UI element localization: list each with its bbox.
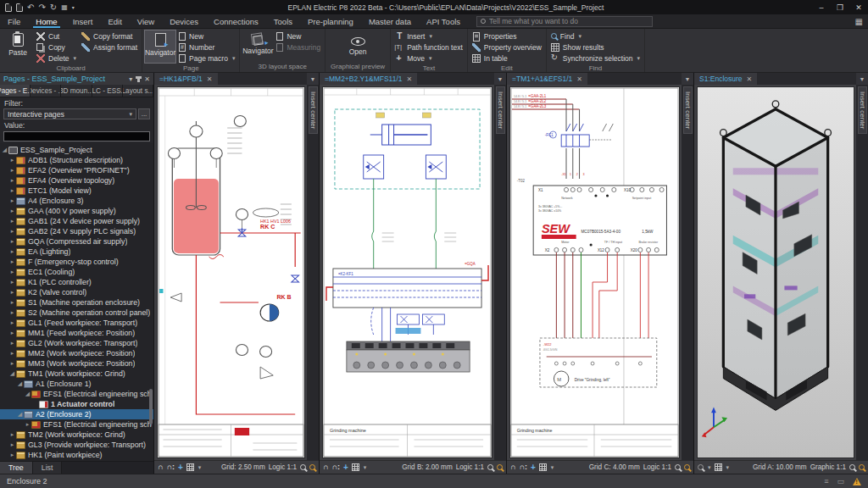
- tab-list-dropdown-icon[interactable]: ▼: [307, 73, 319, 85]
- tab-api-tools[interactable]: API Tools: [419, 14, 468, 28]
- tab-plc[interactable]: PLC - ESS...: [92, 85, 123, 97]
- expand-icon[interactable]: ▸: [8, 238, 16, 245]
- page-macro-button[interactable]: Page macro▾: [176, 53, 237, 64]
- expand-icon[interactable]: ▸: [8, 350, 16, 357]
- path-function-text-button[interactable]: Path function text: [392, 42, 465, 53]
- tree-item[interactable]: ▸EFA2 (Overview "PROFINET"): [0, 165, 153, 175]
- snap-icon[interactable]: ∩: [323, 463, 329, 471]
- tab-insert[interactable]: Insert: [65, 14, 101, 28]
- doc4-tab[interactable]: S1:Enclosure✕: [694, 73, 757, 85]
- insert-center-tab[interactable]: Insert center: [309, 86, 318, 134]
- zoom-in-icon[interactable]: [684, 464, 690, 470]
- page-new-button[interactable]: New: [176, 30, 237, 42]
- view-icon[interactable]: [698, 464, 704, 470]
- value-input[interactable]: [3, 131, 150, 141]
- expand-icon[interactable]: ◢: [16, 380, 24, 387]
- doc3-tab[interactable]: =TM1+A1&EFS1/1✕: [507, 73, 587, 85]
- properties-button[interactable]: Properties: [470, 30, 544, 42]
- tab-pages[interactable]: Pages - E...: [0, 85, 31, 97]
- insert-center-tab[interactable]: Insert center: [496, 86, 505, 134]
- tree-scrollbar[interactable]: [149, 389, 153, 424]
- zoom-out-icon[interactable]: [675, 464, 681, 470]
- warning-icon[interactable]: [853, 478, 861, 485]
- tree-item-root[interactable]: ◢ESS_Sample_Project: [0, 145, 153, 155]
- tree-item[interactable]: ▸MM3 (Work workpiece: Position): [0, 358, 153, 369]
- tab-home[interactable]: Home: [28, 14, 64, 28]
- grid-toggle-icon[interactable]: [715, 463, 722, 471]
- tree-item-selected[interactable]: ◢A2 (Enclosure 2): [0, 409, 153, 419]
- expand-icon[interactable]: ◢: [24, 391, 31, 397]
- customize-toolbar-icon[interactable]: ▾: [72, 3, 75, 12]
- tab-connections[interactable]: Connections: [206, 14, 266, 28]
- tree-item[interactable]: ▸GAA (400 V power supply): [0, 206, 153, 216]
- close-icon[interactable]: ✕: [576, 75, 582, 83]
- tab-master-data[interactable]: Master data: [361, 14, 419, 28]
- tab-devices[interactable]: Devices: [162, 14, 206, 28]
- expand-icon[interactable]: ◢: [16, 411, 24, 418]
- close-icon[interactable]: ✕: [407, 75, 413, 83]
- expand-icon[interactable]: ◢: [8, 370, 16, 377]
- tree-item[interactable]: ▸EFA4 (Overview topology): [0, 175, 153, 186]
- grid-toggle-icon[interactable]: [539, 463, 547, 471]
- copy-format-button[interactable]: Copy format: [79, 30, 140, 42]
- tab-list-dropdown-icon[interactable]: ▼: [856, 73, 868, 85]
- snap-grid-icon[interactable]: ∩:: [167, 463, 175, 471]
- tab-edit[interactable]: Edit: [100, 14, 129, 28]
- expand-icon[interactable]: ▸: [8, 299, 16, 306]
- expand-icon[interactable]: ◢: [1, 147, 8, 153]
- filter-more-button[interactable]: ...: [138, 108, 150, 119]
- expand-icon[interactable]: ▸: [8, 197, 16, 204]
- zoom-in-icon[interactable]: [859, 464, 865, 470]
- redo-list-icon[interactable]: ↻: [50, 3, 57, 12]
- find-button[interactable]: Find▾: [548, 30, 643, 42]
- tree-item[interactable]: ◢A1 (Enclosure 1): [0, 379, 153, 389]
- 3d-navigator-button[interactable]: Navigator: [242, 30, 274, 62]
- tree-item[interactable]: ▸HK1 (Paint workpiece): [0, 450, 153, 460]
- tree-item[interactable]: ▸GL2 (Work workpiece: Transport): [0, 338, 153, 348]
- pin-icon[interactable]: [137, 76, 140, 82]
- doc2-canvas[interactable]: =K2-KF1 =GQA: [320, 85, 506, 460]
- paste-button[interactable]: Paste: [2, 30, 34, 64]
- expand-icon[interactable]: ▸: [8, 208, 16, 214]
- close-button[interactable]: ✕: [849, 0, 868, 14]
- tree-item[interactable]: ▸ADB1 (Structure description): [0, 155, 153, 165]
- insert-text-button[interactable]: Insert▾: [392, 30, 465, 42]
- tab-layout-space[interactable]: Layout s...: [123, 85, 153, 97]
- snap-grid-icon[interactable]: ∩:: [332, 463, 341, 471]
- tree-item[interactable]: ◢TM1 (Work workpiece: Grind): [0, 369, 153, 379]
- new-project-icon[interactable]: [5, 3, 12, 12]
- expand-icon[interactable]: ▸: [8, 177, 16, 184]
- zoom-in-icon[interactable]: [497, 464, 503, 470]
- zoom-in-icon[interactable]: [309, 464, 315, 470]
- tree-item[interactable]: ▸ETC1 (Model view): [0, 186, 153, 196]
- tree-item[interactable]: ▸EA (Lighting): [0, 247, 153, 257]
- synchronize-selection-button[interactable]: Synchronize selection▾: [548, 53, 643, 64]
- tree-item[interactable]: ◢EFS1 (Electrical engineering schematic): [0, 389, 153, 399]
- doc2-tab[interactable]: =MM2+B2.Y1&MFS11/1✕: [320, 73, 417, 85]
- minimize-button[interactable]: –: [812, 0, 831, 14]
- expand-icon[interactable]: ▸: [24, 421, 31, 428]
- tree-item[interactable]: ▸K2 (Valve control): [0, 287, 153, 297]
- tree-item-page[interactable]: 1 Actuator control: [0, 399, 153, 409]
- tree-item[interactable]: ▸GQA (Compressed air supply): [0, 236, 153, 247]
- move-button[interactable]: Move▾: [392, 53, 465, 64]
- tree-item[interactable]: ▸MM1 (Feed workpiece: Position): [0, 328, 153, 338]
- expand-icon[interactable]: ▸: [8, 187, 16, 194]
- expand-icon[interactable]: ▸: [8, 167, 16, 174]
- tab-view[interactable]: View: [130, 14, 162, 28]
- expand-icon[interactable]: ▸: [8, 228, 16, 235]
- page-number-button[interactable]: Number: [176, 42, 237, 53]
- doc3-canvas[interactable]: =GAA-2L1 =GAA-2L2 =GAA-2L3 14.8 / 5.114.…: [507, 85, 693, 460]
- expand-icon[interactable]: ▸: [8, 218, 16, 225]
- close-icon[interactable]: ✕: [747, 75, 753, 83]
- crosshair-icon[interactable]: +: [178, 463, 183, 472]
- expand-icon[interactable]: ▸: [8, 431, 16, 438]
- doc4-canvas[interactable]: Insert center: [694, 85, 868, 460]
- crosshair-icon[interactable]: +: [343, 463, 348, 472]
- tab-list-dropdown-icon[interactable]: ▼: [682, 73, 693, 85]
- filter-select[interactable]: Interactive pages ▾: [3, 108, 136, 119]
- tab-tools[interactable]: Tools: [266, 14, 300, 28]
- tree-item[interactable]: ▸S1 (Machine operation enclosure): [0, 297, 153, 308]
- 3d-new-button[interactable]: New: [274, 30, 323, 42]
- expand-icon[interactable]: ▸: [8, 157, 16, 164]
